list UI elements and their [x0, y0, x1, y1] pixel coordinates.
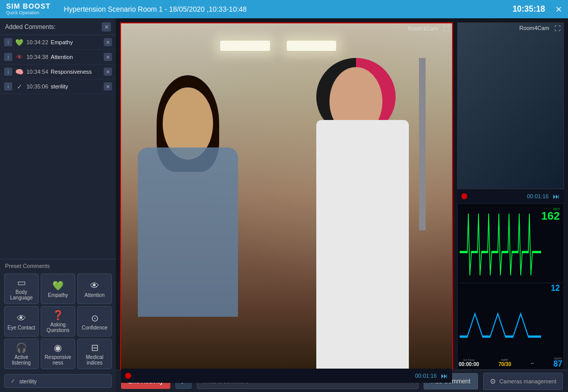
current-time: 10:35:18	[513, 5, 545, 14]
main-cam-label: Room1Cam	[408, 25, 438, 32]
comment-empathy-icon: 💚	[15, 38, 24, 47]
comment-responsiveness-icon: 🧠	[15, 67, 24, 76]
preset-label: Medicalindices	[86, 354, 103, 366]
fast-forward-button[interactable]: ⏭	[441, 372, 448, 380]
ceiling-light-1	[220, 41, 270, 51]
comment-item: i 💚 10:34:22 Empathy ✕	[0, 35, 116, 50]
preset-label: Empathy	[48, 292, 68, 298]
resp-rate-value: 12	[551, 284, 560, 292]
comment-time: 10:35:06	[26, 83, 48, 89]
comment-info-button[interactable]: i	[4, 53, 12, 61]
preset-label: Attention	[84, 292, 104, 298]
sterility-label: sterility	[19, 378, 37, 384]
body-language-icon: ▭	[17, 278, 26, 287]
preset-confidence[interactable]: ⊙ Confidence	[77, 306, 112, 337]
main-cam-expand-icon[interactable]: ⛶	[443, 25, 449, 33]
comment-delete-button[interactable]: ✕	[104, 82, 112, 91]
cameras-management-label: Cameras management	[499, 378, 556, 384]
header: SIM BOOST Quick Operation Hypertension S…	[0, 0, 568, 18]
cameras-management-icon: ⚙	[490, 377, 496, 385]
comment-time: 10:34:38	[26, 54, 48, 60]
medical-indices-icon: ⊟	[91, 343, 99, 352]
inf-time-stat: Inf.Time 00:00:00	[459, 358, 479, 367]
preset-eye-contact[interactable]: 👁 Eye Contact	[4, 306, 39, 337]
preset-medical-indices[interactable]: ⊟ Medicalindices	[77, 339, 112, 369]
preset-label: BodyLanguage	[10, 289, 33, 300]
scenario-title: Hypertension Scenario Room 1 - 18/05/202…	[64, 5, 247, 13]
room4-area: Room4Cam ⛶ 00:01:16 ⏭	[457, 22, 564, 370]
room4-cam-label: Room4Cam	[519, 25, 549, 31]
header-close-button[interactable]: ✕	[555, 5, 562, 14]
monitor-display: bpm 162 12	[458, 204, 563, 370]
comment-label: Attention	[51, 54, 101, 60]
responsiveness-icon: ◉	[54, 343, 62, 352]
preset-comments-section: Preset Comments ▭ BodyLanguage 💚 Empathy…	[0, 259, 116, 371]
ecg-value-display: bpm 162	[541, 206, 561, 283]
resp-values-display: 12	[541, 283, 561, 367]
monitor-stats-bar: Inf.Time 00:00:00 NiBP 70/30 --	[459, 357, 562, 368]
heart-rate-value: 162	[541, 210, 560, 222]
comment-label: sterility	[51, 83, 101, 89]
comment-info-button[interactable]: i	[4, 38, 12, 46]
preset-label: Responsiveness	[45, 354, 71, 366]
comment-info-button[interactable]: i	[4, 82, 12, 91]
comment-attention-icon: 👁	[15, 52, 24, 62]
spo2-stat: SpO2 87	[553, 357, 562, 368]
preset-comments-title: Preset Comments	[0, 259, 116, 272]
preset-empathy[interactable]: 💚 Empathy	[41, 274, 75, 304]
comment-delete-button[interactable]: ✕	[104, 68, 112, 76]
preset-active-listening[interactable]: 🎧 Activelistening	[4, 339, 39, 369]
preset-comments-grid: ▭ BodyLanguage 💚 Empathy 👁 Attention 👁 E…	[0, 272, 116, 371]
logo-area: SIM BOOST Quick Operation	[6, 3, 51, 15]
preset-label: Eye Contact	[8, 325, 35, 330]
comment-delete-button[interactable]: ✕	[104, 38, 112, 46]
preset-label: Confidence	[82, 325, 108, 330]
sterility-checkmark-icon: ✓	[11, 378, 15, 384]
comment-item: i 🧠 10:34:54 Responsiveness ✕	[0, 65, 116, 79]
patient-body	[138, 147, 238, 317]
comment-delete-button[interactable]: ✕	[104, 53, 112, 61]
added-comments-close-button[interactable]: ✕	[102, 22, 111, 32]
added-comments-title: Added Comments:	[5, 23, 55, 31]
attention-icon: 👁	[90, 281, 99, 290]
nurse-body	[316, 120, 409, 369]
comment-info-button[interactable]: i	[4, 68, 12, 76]
added-comments-header: Added Comments: ✕	[0, 18, 116, 35]
main-cam-time: 00:01:16	[135, 373, 437, 379]
resp-section: 12	[460, 283, 561, 367]
comment-item: i 👁 10:34:38 Attention ✕	[0, 50, 116, 65]
header-left: SIM BOOST Quick Operation Hypertension S…	[6, 3, 247, 15]
room4-cam-controls: 00:01:16 ⏭	[457, 189, 564, 203]
logo-subtitle: Quick Operation	[6, 11, 51, 16]
cameras-management-button[interactable]: ⚙ Cameras management	[483, 373, 563, 390]
preset-responsiveness[interactable]: ◉ Responsiveness	[41, 339, 75, 369]
comment-item: i ✓ 10:35:06 sterility ✕	[0, 79, 116, 94]
inf-time-value: 00:00:00	[459, 361, 479, 367]
preset-attention[interactable]: 👁 Attention	[77, 274, 112, 304]
comment-time: 10:34:22	[26, 39, 48, 45]
comment-label: Responsiveness	[51, 69, 101, 75]
preset-body-language[interactable]: ▭ BodyLanguage	[4, 274, 39, 304]
main-cam-video: 5:00	[121, 23, 452, 369]
video-area: Room1Cam ⛶ 5:00	[116, 18, 568, 370]
ceiling-light-2	[287, 41, 337, 51]
vital-signs-monitor: bpm 162 12	[457, 203, 564, 370]
asking-questions-icon: ❓	[52, 311, 64, 320]
comment-time: 10:34:54	[26, 69, 48, 75]
room4-cam-time: 00:01:16	[471, 193, 549, 199]
recording-indicator	[125, 373, 131, 379]
separator: --	[530, 360, 534, 366]
sterility-button[interactable]: ✓ sterility	[4, 374, 112, 388]
main-camera: Room1Cam ⛶ 5:00	[120, 22, 453, 370]
comment-label: Empathy	[51, 39, 101, 45]
patient-figure	[138, 75, 263, 317]
preset-label: Activelistening	[12, 354, 31, 366]
content-area: Room1Cam ⛶ 5:00	[116, 18, 568, 392]
room4-fast-forward-button[interactable]: ⏭	[553, 192, 560, 200]
bp-value: 70/30	[498, 361, 511, 367]
room4-camera: Room4Cam ⛶	[457, 22, 564, 189]
room4-cam-expand-icon[interactable]: ⛶	[554, 25, 560, 32]
preset-asking-questions[interactable]: ❓ AskingQuestions	[41, 306, 75, 337]
main-cam-controls: 00:01:16 ⏭	[121, 369, 452, 383]
nurse-figure	[303, 58, 435, 369]
